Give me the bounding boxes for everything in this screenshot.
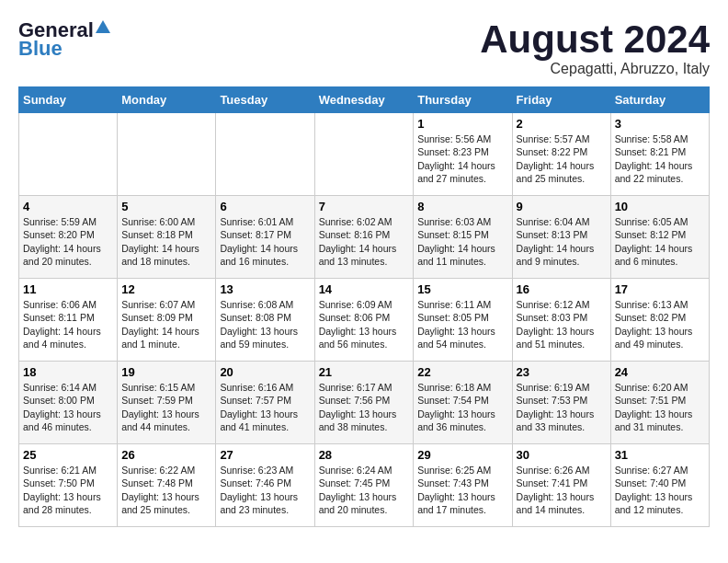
day-info: Sunrise: 6:23 AMSunset: 7:46 PMDaylight:… [220, 464, 310, 516]
calendar-cell: 26Sunrise: 6:22 AMSunset: 7:48 PMDayligh… [118, 444, 216, 527]
day-number: 20 [220, 365, 310, 379]
calendar-cell: 24Sunrise: 6:20 AMSunset: 7:51 PMDayligh… [610, 362, 709, 444]
calendar-cell: 12Sunrise: 6:07 AMSunset: 8:09 PMDayligh… [118, 279, 216, 362]
calendar-week: 11Sunrise: 6:06 AMSunset: 8:11 PMDayligh… [19, 279, 710, 362]
calendar-cell [118, 113, 216, 196]
day-number: 15 [417, 282, 507, 296]
calendar-week: 4Sunrise: 5:59 AMSunset: 8:20 PMDaylight… [19, 196, 710, 279]
day-info: Sunrise: 6:02 AMSunset: 8:16 PMDaylight:… [319, 215, 410, 268]
day-info: Sunrise: 6:15 AMSunset: 7:59 PMDaylight:… [121, 381, 211, 433]
day-info: Sunrise: 6:25 AMSunset: 7:43 PMDaylight:… [417, 464, 507, 516]
calendar-cell: 5Sunrise: 6:00 AMSunset: 8:18 PMDaylight… [118, 196, 216, 279]
calendar-cell: 20Sunrise: 6:16 AMSunset: 7:57 PMDayligh… [216, 362, 314, 444]
day-info: Sunrise: 6:04 AMSunset: 8:13 PMDaylight:… [517, 215, 607, 268]
day-info: Sunrise: 6:05 AMSunset: 8:12 PMDaylight:… [615, 215, 705, 268]
day-info: Sunrise: 6:22 AMSunset: 7:48 PMDaylight:… [121, 464, 211, 516]
calendar-cell: 1Sunrise: 5:56 AMSunset: 8:23 PMDaylight… [414, 113, 512, 196]
day-info: Sunrise: 6:07 AMSunset: 8:09 PMDaylight:… [121, 298, 211, 350]
day-info: Sunrise: 6:14 AMSunset: 8:00 PMDaylight:… [23, 381, 113, 433]
calendar-cell: 23Sunrise: 6:19 AMSunset: 7:53 PMDayligh… [512, 362, 610, 444]
logo-icon [96, 20, 110, 35]
day-number: 31 [615, 448, 705, 462]
weekday-header: Thursday [414, 87, 512, 113]
day-number: 2 [517, 117, 607, 131]
calendar-cell: 21Sunrise: 6:17 AMSunset: 7:56 PMDayligh… [314, 362, 414, 444]
day-number: 23 [517, 365, 607, 379]
calendar-cell: 28Sunrise: 6:24 AMSunset: 7:45 PMDayligh… [314, 444, 414, 527]
calendar-week: 25Sunrise: 6:21 AMSunset: 7:50 PMDayligh… [19, 444, 710, 527]
day-info: Sunrise: 5:56 AMSunset: 8:23 PMDaylight:… [417, 132, 507, 185]
day-info: Sunrise: 6:12 AMSunset: 8:03 PMDaylight:… [517, 298, 607, 350]
calendar-cell: 11Sunrise: 6:06 AMSunset: 8:11 PMDayligh… [19, 279, 118, 362]
svg-marker-0 [96, 20, 110, 33]
day-info: Sunrise: 6:19 AMSunset: 7:53 PMDaylight:… [517, 381, 607, 433]
page-header: General Blue August 2024 Cepagatti, Abru… [18, 18, 710, 77]
day-info: Sunrise: 6:06 AMSunset: 8:11 PMDaylight:… [23, 298, 113, 350]
day-info: Sunrise: 6:01 AMSunset: 8:17 PMDaylight:… [220, 215, 310, 268]
header-row: SundayMondayTuesdayWednesdayThursdayFrid… [19, 87, 710, 113]
calendar-cell: 2Sunrise: 5:57 AMSunset: 8:22 PMDaylight… [512, 113, 610, 196]
calendar-cell: 27Sunrise: 6:23 AMSunset: 7:46 PMDayligh… [216, 444, 314, 527]
day-info: Sunrise: 6:27 AMSunset: 7:40 PMDaylight:… [615, 464, 705, 516]
title-block: August 2024 Cepagatti, Abruzzo, Italy [480, 18, 710, 77]
calendar-table: SundayMondayTuesdayWednesdayThursdayFrid… [18, 86, 710, 527]
calendar-cell: 10Sunrise: 6:05 AMSunset: 8:12 PMDayligh… [610, 196, 709, 279]
day-info: Sunrise: 5:59 AMSunset: 8:20 PMDaylight:… [23, 215, 113, 268]
day-number: 22 [417, 365, 507, 379]
day-number: 19 [121, 365, 211, 379]
day-info: Sunrise: 6:16 AMSunset: 7:57 PMDaylight:… [220, 381, 310, 433]
day-number: 14 [319, 282, 410, 296]
weekday-header: Monday [118, 87, 216, 113]
day-number: 6 [220, 200, 310, 213]
calendar-cell: 31Sunrise: 6:27 AMSunset: 7:40 PMDayligh… [610, 444, 709, 527]
calendar-week: 18Sunrise: 6:14 AMSunset: 8:00 PMDayligh… [19, 362, 710, 444]
day-info: Sunrise: 6:13 AMSunset: 8:02 PMDaylight:… [615, 298, 705, 350]
logo: General Blue [18, 18, 110, 61]
day-number: 8 [417, 200, 507, 213]
day-number: 26 [121, 448, 211, 462]
day-number: 12 [121, 282, 211, 296]
calendar-cell: 7Sunrise: 6:02 AMSunset: 8:16 PMDaylight… [314, 196, 414, 279]
calendar-cell: 18Sunrise: 6:14 AMSunset: 8:00 PMDayligh… [19, 362, 118, 444]
day-info: Sunrise: 5:57 AMSunset: 8:22 PMDaylight:… [517, 132, 607, 185]
calendar-cell: 8Sunrise: 6:03 AMSunset: 8:15 PMDaylight… [414, 196, 512, 279]
weekday-header: Tuesday [216, 87, 314, 113]
day-info: Sunrise: 6:18 AMSunset: 7:54 PMDaylight:… [417, 381, 507, 433]
day-info: Sunrise: 6:17 AMSunset: 7:56 PMDaylight:… [319, 381, 410, 433]
day-number: 21 [319, 365, 410, 379]
calendar-cell: 9Sunrise: 6:04 AMSunset: 8:13 PMDaylight… [512, 196, 610, 279]
calendar-cell: 6Sunrise: 6:01 AMSunset: 8:17 PMDaylight… [216, 196, 314, 279]
month-title: August 2024 [480, 18, 710, 61]
day-number: 25 [23, 448, 113, 462]
day-info: Sunrise: 6:20 AMSunset: 7:51 PMDaylight:… [615, 381, 705, 433]
day-info: Sunrise: 6:11 AMSunset: 8:05 PMDaylight:… [417, 298, 507, 350]
calendar-cell: 19Sunrise: 6:15 AMSunset: 7:59 PMDayligh… [118, 362, 216, 444]
weekday-header: Wednesday [314, 87, 414, 113]
calendar-cell [216, 113, 314, 196]
day-number: 10 [615, 200, 705, 213]
day-number: 18 [23, 365, 113, 379]
day-info: Sunrise: 6:21 AMSunset: 7:50 PMDaylight:… [23, 464, 113, 516]
calendar-cell: 29Sunrise: 6:25 AMSunset: 7:43 PMDayligh… [414, 444, 512, 527]
calendar-cell: 30Sunrise: 6:26 AMSunset: 7:41 PMDayligh… [512, 444, 610, 527]
day-number: 27 [220, 448, 310, 462]
weekday-header: Friday [512, 87, 610, 113]
day-number: 7 [319, 200, 410, 213]
day-number: 11 [23, 282, 113, 296]
day-info: Sunrise: 6:08 AMSunset: 8:08 PMDaylight:… [220, 298, 310, 350]
day-number: 1 [417, 117, 507, 131]
calendar-week: 1Sunrise: 5:56 AMSunset: 8:23 PMDaylight… [19, 113, 710, 196]
calendar-cell: 16Sunrise: 6:12 AMSunset: 8:03 PMDayligh… [512, 279, 610, 362]
logo-blue: Blue [18, 37, 63, 61]
day-number: 28 [319, 448, 410, 462]
calendar-cell: 4Sunrise: 5:59 AMSunset: 8:20 PMDaylight… [19, 196, 118, 279]
day-number: 9 [517, 200, 607, 213]
weekday-header: Saturday [610, 87, 709, 113]
weekday-header: Sunday [19, 87, 118, 113]
day-number: 29 [417, 448, 507, 462]
subtitle: Cepagatti, Abruzzo, Italy [480, 61, 710, 77]
day-number: 5 [121, 200, 211, 213]
day-info: Sunrise: 6:09 AMSunset: 8:06 PMDaylight:… [319, 298, 410, 350]
calendar-cell [19, 113, 118, 196]
calendar-cell: 13Sunrise: 6:08 AMSunset: 8:08 PMDayligh… [216, 279, 314, 362]
